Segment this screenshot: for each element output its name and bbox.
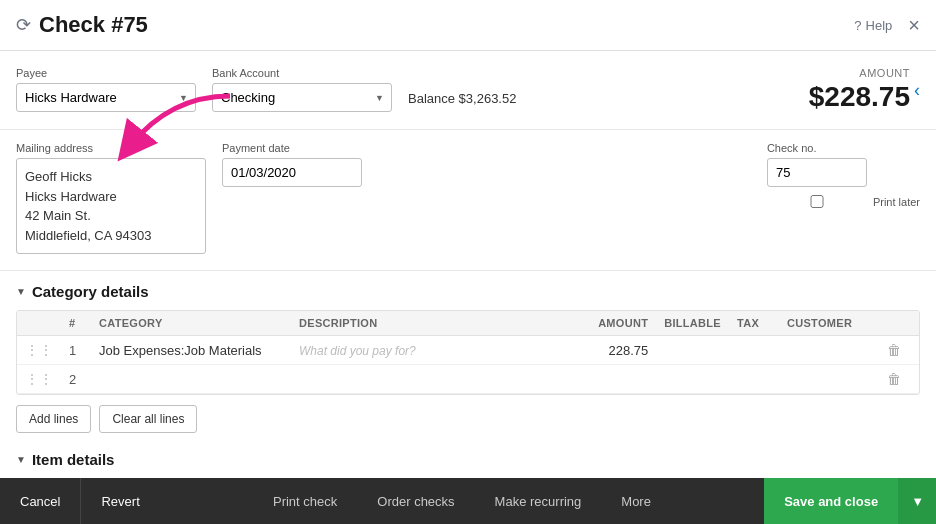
row-num-2: 2 bbox=[61, 365, 91, 394]
footer-left: Cancel Revert bbox=[0, 478, 160, 524]
row-category-2[interactable] bbox=[91, 365, 291, 394]
payee-select[interactable]: Hicks Hardware bbox=[16, 83, 196, 112]
add-lines-button[interactable]: Add lines bbox=[16, 405, 91, 433]
amount-label: AMOUNT bbox=[809, 67, 910, 79]
help-circle-icon: ? bbox=[854, 18, 861, 33]
payee-group: Payee Hicks Hardware bbox=[16, 67, 196, 112]
mailing-address-label: Mailing address bbox=[16, 142, 206, 154]
footer-center: Print check Order checks Make recurring … bbox=[160, 494, 764, 509]
drag-handle-2[interactable]: ⋮⋮ bbox=[17, 365, 61, 394]
table-row: ⋮⋮ 2 🗑 bbox=[17, 365, 919, 394]
payment-date-label: Payment date bbox=[222, 142, 362, 154]
category-details-header[interactable]: ▼ Category details bbox=[16, 283, 920, 300]
page-title: Check #75 bbox=[39, 12, 854, 38]
row-num-1: 1 bbox=[61, 336, 91, 365]
col-billable-header: BILLABLE bbox=[656, 311, 729, 336]
drag-handle-1[interactable]: ⋮⋮ bbox=[17, 336, 61, 365]
col-drag bbox=[17, 311, 61, 336]
item-collapse-triangle-icon: ▼ bbox=[16, 454, 26, 465]
save-close-chevron-icon[interactable]: ▼ bbox=[898, 478, 936, 524]
payee-select-wrapper: Hicks Hardware bbox=[16, 83, 196, 112]
row-delete-1[interactable]: 🗑 bbox=[879, 336, 919, 365]
payee-bank-section: Payee Hicks Hardware Bank Account Checki… bbox=[0, 51, 936, 130]
row-amount-1[interactable]: 228.75 bbox=[566, 336, 656, 365]
row-description-2[interactable] bbox=[291, 365, 566, 394]
payee-label: Payee bbox=[16, 67, 196, 79]
help-button[interactable]: ? Help bbox=[854, 18, 892, 33]
more-button[interactable]: More bbox=[621, 494, 651, 509]
row-category-1[interactable]: Job Expenses:Job Materials bbox=[91, 336, 291, 365]
row-billable-1[interactable] bbox=[656, 336, 729, 365]
col-customer-header: CUSTOMER bbox=[779, 311, 879, 336]
make-recurring-button[interactable]: Make recurring bbox=[495, 494, 582, 509]
address-date-section: Mailing address Geoff Hicks Hicks Hardwa… bbox=[0, 130, 936, 271]
footer-right: Save and close ▼ bbox=[764, 478, 936, 524]
row-delete-2[interactable]: 🗑 bbox=[879, 365, 919, 394]
row-customer-2[interactable] bbox=[779, 365, 879, 394]
save-and-close-button[interactable]: Save and close bbox=[764, 478, 898, 524]
bank-account-select-wrapper: Checking bbox=[212, 83, 392, 112]
check-no-group: Check no. Print later bbox=[767, 142, 920, 254]
amount-value: $228.75 bbox=[809, 81, 910, 113]
col-num-header: # bbox=[61, 311, 91, 336]
row-billable-2[interactable] bbox=[656, 365, 729, 394]
page-header: ⟳ Check #75 ? Help × bbox=[0, 0, 936, 51]
row-customer-1[interactable] bbox=[779, 336, 879, 365]
row-amount-2[interactable] bbox=[566, 365, 656, 394]
revert-button[interactable]: Revert bbox=[81, 478, 159, 524]
mailing-address-display: Geoff Hicks Hicks Hardware 42 Main St. M… bbox=[16, 158, 206, 254]
item-details-section: ▼ Item details bbox=[0, 447, 936, 478]
col-amount-header: AMOUNT bbox=[566, 311, 656, 336]
payment-date-input[interactable] bbox=[222, 158, 362, 187]
cancel-button[interactable]: Cancel bbox=[0, 478, 81, 524]
check-no-input[interactable] bbox=[767, 158, 867, 187]
item-details-header[interactable]: ▼ Item details bbox=[16, 451, 920, 468]
bank-account-select[interactable]: Checking bbox=[212, 83, 392, 112]
category-details-section: ▼ Category details # CATEGORY DESCRIPTIO… bbox=[0, 271, 936, 447]
balance-display: Balance $3,263.52 bbox=[408, 91, 516, 106]
category-table: # CATEGORY DESCRIPTION AMOUNT BILLABLE T… bbox=[16, 310, 920, 395]
footer: Cancel Revert Print check Order checks M… bbox=[0, 478, 936, 524]
header-actions: ? Help × bbox=[854, 14, 920, 37]
col-category-header: CATEGORY bbox=[91, 311, 291, 336]
print-later-checkbox[interactable] bbox=[767, 195, 867, 208]
check-no-label: Check no. bbox=[767, 142, 920, 154]
order-checks-button[interactable]: Order checks bbox=[377, 494, 454, 509]
close-button[interactable]: × bbox=[908, 14, 920, 37]
amount-chevron-icon[interactable]: ‹ bbox=[914, 80, 920, 101]
bank-account-group: Bank Account Checking bbox=[212, 67, 392, 112]
row-tax-2[interactable] bbox=[729, 365, 779, 394]
collapse-triangle-icon: ▼ bbox=[16, 286, 26, 297]
table-row: ⋮⋮ 1 Job Expenses:Job Materials What did… bbox=[17, 336, 919, 365]
mailing-address-group: Mailing address Geoff Hicks Hicks Hardwa… bbox=[16, 142, 206, 254]
print-check-button[interactable]: Print check bbox=[273, 494, 337, 509]
print-later-label[interactable]: Print later bbox=[767, 195, 920, 208]
amount-section: AMOUNT $228.75 ‹ bbox=[809, 67, 920, 113]
category-table-content: # CATEGORY DESCRIPTION AMOUNT BILLABLE T… bbox=[17, 311, 919, 394]
col-tax-header: TAX bbox=[729, 311, 779, 336]
clear-all-lines-button[interactable]: Clear all lines bbox=[99, 405, 197, 433]
row-description-1[interactable]: What did you pay for? bbox=[291, 336, 566, 365]
payment-date-group: Payment date bbox=[222, 142, 362, 254]
check-icon: ⟳ bbox=[16, 14, 31, 36]
row-tax-1[interactable] bbox=[729, 336, 779, 365]
col-description-header: DESCRIPTION bbox=[291, 311, 566, 336]
table-actions: Add lines Clear all lines bbox=[16, 405, 920, 433]
bank-account-label: Bank Account bbox=[212, 67, 392, 79]
col-delete-header bbox=[879, 311, 919, 336]
table-header-row: # CATEGORY DESCRIPTION AMOUNT BILLABLE T… bbox=[17, 311, 919, 336]
